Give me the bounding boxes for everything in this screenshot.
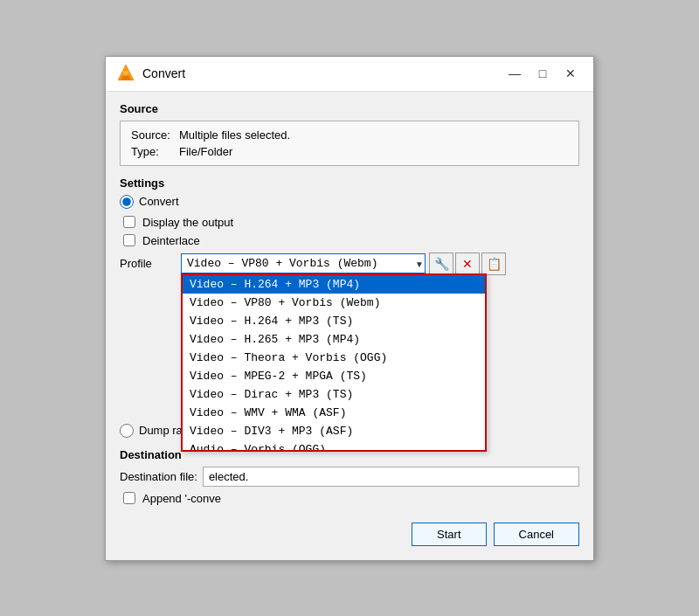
profile-row: Profile Video – VP80 + Vorbis (Webm) ▼ V… (120, 253, 579, 275)
dropdown-scroll: Video – H.264 + MP3 (MP4) Video – VP80 +… (183, 275, 485, 450)
source-section-label: Source (120, 102, 579, 115)
type-value: File/Folder (179, 145, 232, 158)
profile-select[interactable]: Video – VP80 + Vorbis (Webm) (181, 253, 426, 273)
convert-window: Convert — □ ✕ Source Source: Multiple fi… (105, 56, 594, 561)
source-value: Multiple files selected. (179, 128, 290, 142)
dropdown-item-2[interactable]: Video – H.264 + MP3 (TS) (183, 312, 485, 330)
source-section-box: Source: Multiple files selected. Type: F… (120, 121, 579, 166)
dropdown-item-3[interactable]: Video – H.265 + MP3 (MP4) (183, 330, 485, 349)
append-row: Append '-conve (123, 492, 579, 505)
convert-radio[interactable] (120, 195, 134, 209)
svg-rect-4 (123, 73, 128, 74)
display-output-label: Display the output (142, 216, 233, 229)
close-button[interactable]: ✕ (558, 64, 583, 83)
dropdown-item-4[interactable]: Video – Theora + Vorbis (OGG) (183, 349, 485, 367)
deinterlace-label: Deinterlace (142, 234, 200, 247)
dropdown-item-9[interactable]: Audio – Vorbis (OGG) (183, 440, 485, 450)
svg-rect-1 (122, 76, 130, 78)
profile-dropdown: Video – H.264 + MP3 (MP4) Video – VP80 +… (181, 273, 487, 452)
display-output-checkbox[interactable] (123, 216, 135, 228)
settings-section: Convert Display the output Deinterlace P… (120, 195, 579, 438)
dropdown-item-1[interactable]: Video – VP80 + Vorbis (Webm) (183, 294, 485, 312)
vlc-icon (116, 64, 135, 83)
source-label: Source: (131, 128, 179, 142)
profile-select-wrapper: Video – VP80 + Vorbis (Webm) ▼ Video – H… (181, 253, 426, 273)
dest-file-input[interactable] (203, 467, 579, 487)
maximize-button[interactable]: □ (530, 64, 555, 83)
profile-tools: 🔧 ✕ 📋 (429, 253, 506, 275)
convert-radio-row: Convert (120, 195, 579, 209)
type-label: Type: (131, 145, 179, 158)
svg-rect-2 (121, 79, 131, 80)
svg-rect-3 (123, 72, 129, 73)
dropdown-item-6[interactable]: Video – Dirac + MP3 (TS) (183, 385, 485, 404)
edit-profile-button[interactable]: 🔧 (429, 253, 453, 275)
minimize-button[interactable]: — (502, 64, 527, 83)
delete-profile-button[interactable]: ✕ (455, 253, 480, 275)
deinterlace-checkbox[interactable] (123, 234, 135, 246)
new-profile-button[interactable]: 📋 (481, 253, 506, 275)
type-field-row: Type: File/Folder (131, 145, 568, 158)
dropdown-item-0[interactable]: Video – H.264 + MP3 (MP4) (183, 275, 485, 294)
destination-section: Destination file: Append '-conve (120, 467, 579, 505)
settings-section-label: Settings (120, 176, 579, 190)
dropdown-item-7[interactable]: Video – WMV + WMA (ASF) (183, 404, 485, 422)
dest-file-label: Destination file: (120, 470, 197, 483)
window-title: Convert (142, 66, 502, 80)
window-content: Source Source: Multiple files selected. … (106, 92, 593, 560)
deinterlace-row: Deinterlace (123, 234, 579, 247)
dump-raw-radio[interactable] (120, 424, 134, 438)
window-controls: — □ ✕ (502, 64, 583, 83)
bottom-buttons: Start Cancel (120, 516, 579, 546)
dest-file-row: Destination file: (120, 467, 579, 487)
cancel-button[interactable]: Cancel (494, 523, 579, 546)
source-field-row: Source: Multiple files selected. (131, 128, 568, 142)
display-output-row: Display the output (123, 216, 579, 229)
start-button[interactable]: Start (412, 523, 486, 546)
dropdown-item-5[interactable]: Video – MPEG-2 + MPGA (TS) (183, 367, 485, 385)
append-checkbox[interactable] (123, 492, 135, 504)
profile-label: Profile (120, 257, 181, 270)
title-bar: Convert — □ ✕ (106, 57, 593, 92)
append-label: Append '-conve (142, 492, 221, 505)
dropdown-item-8[interactable]: Video – DIV3 + MP3 (ASF) (183, 422, 485, 440)
convert-radio-label: Convert (139, 195, 179, 208)
